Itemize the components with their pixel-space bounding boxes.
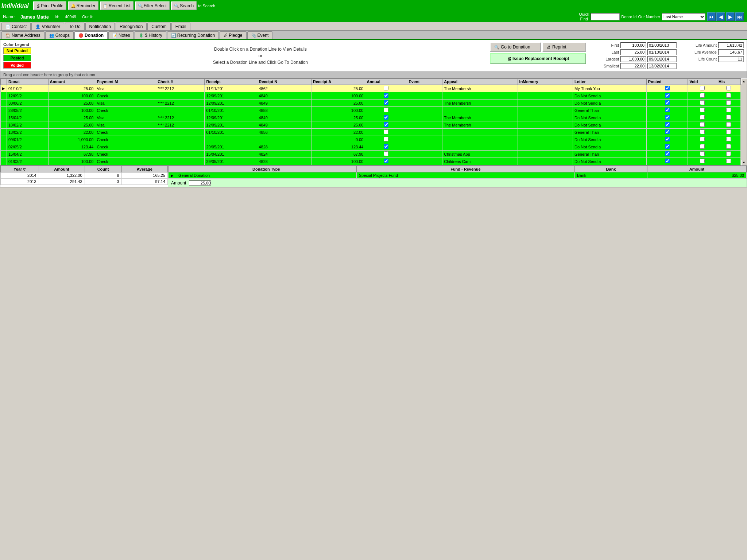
nav-next-button[interactable]: ▶ — [726, 12, 735, 21]
tab-recognition[interactable]: Recognition — [116, 23, 147, 30]
col-date[interactable]: Donat — [7, 79, 49, 85]
posted-checkbox[interactable] — [665, 144, 670, 149]
tab-custom[interactable]: Custom — [147, 23, 170, 30]
subtab-history[interactable]: 💲 $ History — [135, 31, 166, 39]
his-checkbox[interactable] — [726, 122, 731, 127]
col-inmemory[interactable]: InMemory — [518, 79, 573, 85]
annual-checkbox[interactable] — [384, 129, 388, 134]
col-check[interactable]: Check # — [156, 79, 205, 85]
table-row[interactable]: 12/09/2 100.00 Check 12/09/201 4849 100.… — [1, 92, 741, 100]
void-checkbox[interactable] — [700, 159, 705, 163]
table-row[interactable]: 13/02/2 22.00 Check 01/10/201 4856 22.00… — [1, 129, 741, 136]
void-checkbox[interactable] — [700, 151, 705, 156]
posted-checkbox[interactable] — [665, 93, 670, 98]
table-row[interactable]: 15/04/2 25.00 Visa **** 2212 12/09/201 4… — [1, 114, 741, 121]
annual-checkbox[interactable] — [384, 137, 388, 141]
col-his[interactable]: His — [717, 79, 740, 85]
dt-col-bank[interactable]: Bank — [575, 166, 647, 172]
his-checkbox[interactable] — [726, 129, 731, 134]
scroll-up-btn[interactable]: ▲ — [741, 78, 747, 84]
year-row[interactable]: 2014 1,322.00 8 165.25 — [1, 172, 168, 179]
posted-checkbox[interactable] — [665, 115, 670, 120]
void-checkbox[interactable] — [700, 122, 705, 127]
table-scrollbar[interactable]: ▲ ▼ — [741, 78, 747, 166]
his-checkbox[interactable] — [726, 144, 731, 149]
annual-checkbox[interactable] — [384, 86, 388, 90]
his-checkbox[interactable] — [726, 86, 731, 90]
annual-checkbox[interactable] — [384, 100, 388, 105]
col-receipt-no[interactable]: Receipt N — [257, 79, 311, 85]
posted-checkbox[interactable] — [665, 86, 670, 90]
col-receipt-amt[interactable]: Receipt A — [311, 79, 365, 85]
year-col-count[interactable]: Count — [85, 166, 121, 172]
col-letter[interactable]: Letter — [573, 79, 647, 85]
quick-find-input[interactable] — [591, 13, 620, 20]
tab-email[interactable]: Email — [171, 23, 190, 30]
void-checkbox[interactable] — [700, 115, 705, 120]
his-checkbox[interactable] — [726, 93, 731, 98]
dt-col-amount[interactable]: Amount — [647, 166, 747, 172]
annual-checkbox[interactable] — [384, 159, 388, 163]
year-col-year[interactable]: Year ▽ — [1, 166, 39, 172]
col-event[interactable]: Event — [407, 79, 442, 85]
donation-table-wrapper[interactable]: Donat Amount Payment M Check # Receipt R… — [0, 78, 741, 166]
subtab-groups[interactable]: 👥 Groups — [45, 31, 74, 39]
his-checkbox[interactable] — [726, 115, 731, 120]
col-payment[interactable]: Payment M — [95, 79, 156, 85]
posted-checkbox[interactable] — [665, 151, 670, 156]
void-checkbox[interactable] — [700, 108, 705, 112]
table-row[interactable]: 15/04/2 67.98 Check 15/04/201 4824 67.98… — [1, 151, 741, 158]
table-row[interactable]: 30/06/2 25.00 Visa **** 2212 12/09/201 4… — [1, 100, 741, 107]
table-row[interactable]: 28/05/2 100.00 Check 01/10/201 4858 100.… — [1, 107, 741, 114]
reprint-button[interactable]: 🖨 Reprint — [542, 42, 586, 52]
subtab-donation[interactable]: 🔴 Donation — [74, 31, 108, 39]
subtab-notes[interactable]: 📝 Notes — [108, 31, 134, 39]
annual-checkbox[interactable] — [384, 151, 388, 156]
table-row[interactable]: 09/01/2 1,000.00 Check 0.00 Do Not Send … — [1, 136, 741, 143]
posted-checkbox[interactable] — [665, 108, 670, 112]
his-checkbox[interactable] — [726, 151, 731, 156]
goto-donation-button[interactable]: 🔍 Go to Donation — [490, 42, 541, 52]
annual-checkbox[interactable] — [384, 122, 388, 127]
search-button[interactable]: 🔍 Search — [171, 1, 197, 10]
reminder-button[interactable]: 🔔 Reminder — [68, 1, 98, 10]
table-row[interactable]: 18/02/2 25.00 Visa **** 2212 12/09/201 4… — [1, 121, 741, 129]
void-checkbox[interactable] — [700, 86, 705, 90]
nav-prev-button[interactable]: ◀ — [716, 12, 725, 21]
posted-checkbox[interactable] — [665, 129, 670, 134]
his-checkbox[interactable] — [726, 137, 731, 141]
posted-checkbox[interactable] — [665, 159, 670, 163]
year-col-average[interactable]: Average — [121, 166, 167, 172]
subtab-event[interactable]: 📎 Event — [247, 31, 273, 39]
table-row[interactable]: ▶ 01/10/2 25.00 Visa **** 2212 11/11/201… — [1, 85, 741, 92]
tab-contact[interactable]: 📄 Contact — [1, 23, 31, 30]
annual-checkbox[interactable] — [384, 144, 388, 149]
void-checkbox[interactable] — [700, 100, 705, 105]
col-void[interactable]: Void — [688, 79, 717, 85]
print-profile-button[interactable]: 🖨 Print Profile — [33, 1, 66, 10]
tab-notification[interactable]: Notification — [85, 23, 115, 30]
dt-col-fund[interactable]: Fund - Revenue — [356, 166, 574, 172]
col-posted[interactable]: Posted — [646, 79, 688, 85]
void-checkbox[interactable] — [700, 137, 705, 141]
nav-last-button[interactable]: ⏭ — [735, 12, 744, 21]
filter-select-button[interactable]: 🔍 Filter Select — [135, 1, 170, 10]
subtab-recurring[interactable]: 🔄 Recurring Donation — [167, 31, 219, 39]
search-type-select[interactable]: Last Name First Name Donor Id Our Number — [662, 13, 705, 20]
issue-replacement-button[interactable]: 🖨 Issue Replacement Receipt — [490, 53, 586, 64]
tab-todo[interactable]: To Do — [65, 23, 84, 30]
scroll-down-btn[interactable]: ▼ — [741, 160, 747, 166]
nav-first-button[interactable]: ⏮ — [707, 12, 716, 21]
void-checkbox[interactable] — [700, 129, 705, 134]
table-row[interactable]: 02/05/2 123.44 Check 29/05/201 4828 123.… — [1, 143, 741, 151]
posted-checkbox[interactable] — [665, 100, 670, 105]
subtab-pledge[interactable]: 🖊 Pledge — [220, 31, 246, 39]
posted-checkbox[interactable] — [665, 122, 670, 127]
year-col-amount[interactable]: Amount — [39, 166, 85, 172]
his-checkbox[interactable] — [726, 159, 731, 163]
tab-volunteer[interactable]: 👤 Volunteer — [31, 23, 64, 30]
annual-checkbox[interactable] — [384, 93, 388, 98]
annual-checkbox[interactable] — [384, 115, 388, 120]
dt-col-type[interactable]: Donation Type — [176, 166, 357, 172]
annual-checkbox[interactable] — [384, 108, 388, 112]
